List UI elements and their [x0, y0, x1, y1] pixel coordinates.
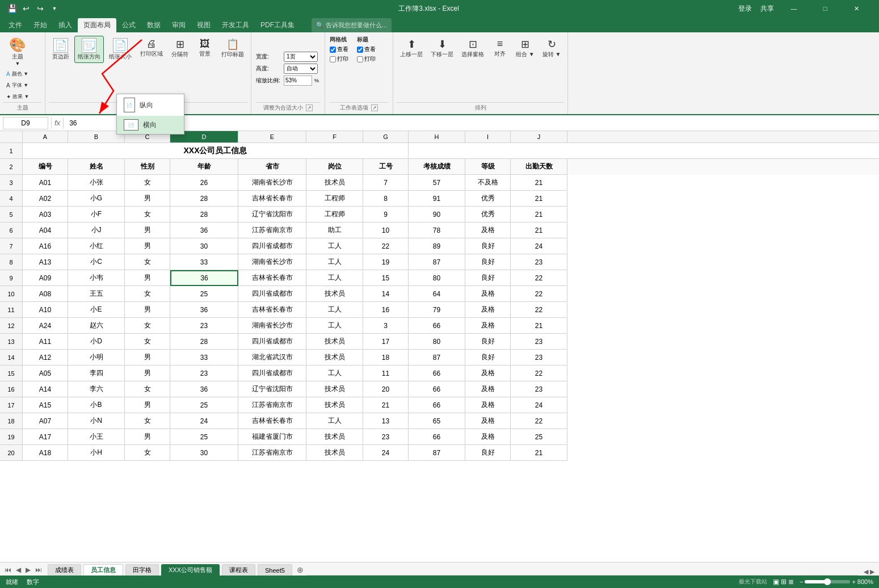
data-cell[interactable]: A14 — [23, 381, 68, 397]
selection-pane-button[interactable]: ⊡ 选择窗格 — [458, 36, 487, 61]
data-cell[interactable]: 28 — [170, 207, 238, 222]
theme-button[interactable]: 🎨 主题 ▼ — [3, 35, 32, 69]
col-header-j[interactable]: J — [511, 131, 567, 142]
data-cell[interactable]: 江苏省南京市 — [238, 222, 306, 238]
data-cell[interactable]: 14 — [363, 286, 409, 302]
send-backward-button[interactable]: ⬇ 下移一层 — [427, 36, 457, 61]
data-cell[interactable]: 王五 — [68, 286, 125, 302]
background-button[interactable]: 🖼 背景 — [194, 36, 216, 60]
menu-data[interactable]: 数据 — [141, 18, 166, 32]
data-cell[interactable]: 及格 — [465, 286, 511, 302]
data-cell[interactable]: 女 — [125, 381, 170, 397]
sheet-nav-prev[interactable]: ◀ — [14, 566, 23, 574]
data-cell[interactable]: A13 — [23, 254, 68, 270]
data-cell[interactable]: 辽宁省沈阳市 — [238, 207, 306, 222]
data-cell[interactable]: 工人 — [306, 238, 363, 254]
data-cell[interactable]: 17 — [363, 334, 409, 350]
data-cell[interactable]: 90 — [409, 207, 465, 222]
data-cell[interactable]: 7 — [363, 175, 409, 191]
search-box[interactable]: 🔍 告诉我您想要做什么... — [312, 18, 392, 32]
header-cell[interactable]: 姓名 — [68, 159, 125, 175]
sheet-tab-sheet5[interactable]: Sheet5 — [258, 564, 292, 576]
headings-view-checkbox-label[interactable]: 查看 — [357, 45, 376, 53]
menu-pdf[interactable]: PDF工具集 — [255, 18, 300, 32]
data-cell[interactable]: 女 — [125, 334, 170, 350]
data-cell[interactable]: 及格 — [465, 413, 511, 429]
data-cell[interactable]: 25 — [170, 429, 238, 445]
data-cell[interactable]: 23 — [511, 350, 567, 366]
data-cell[interactable]: 赵六 — [68, 318, 125, 334]
data-cell[interactable]: 工人 — [306, 318, 363, 334]
data-cell[interactable]: 男 — [125, 397, 170, 413]
gridlines-print-checkbox[interactable] — [330, 56, 336, 62]
data-cell[interactable]: 23 — [511, 381, 567, 397]
data-cell[interactable]: 87 — [409, 254, 465, 270]
minimize-button[interactable]: — — [783, 0, 805, 17]
paper-size-button[interactable]: 📄 纸张大小 — [106, 36, 135, 63]
data-cell[interactable]: 66 — [409, 318, 465, 334]
data-cell[interactable]: 26 — [170, 175, 238, 191]
data-cell[interactable]: 男 — [125, 238, 170, 254]
data-cell[interactable]: 36 — [170, 222, 238, 238]
data-cell[interactable]: 技术员 — [306, 350, 363, 366]
data-cell[interactable]: 9 — [363, 207, 409, 222]
header-cell[interactable]: 工号 — [363, 159, 409, 175]
data-cell[interactable]: 25 — [170, 286, 238, 302]
data-cell[interactable]: 男 — [125, 270, 170, 286]
data-cell[interactable]: 66 — [409, 381, 465, 397]
data-cell[interactable]: 23 — [170, 318, 238, 334]
data-cell[interactable]: 技术员 — [306, 381, 363, 397]
data-cell[interactable]: 66 — [409, 429, 465, 445]
data-cell[interactable]: 10 — [363, 222, 409, 238]
data-cell[interactable]: 18 — [363, 350, 409, 366]
data-cell[interactable]: 男 — [125, 191, 170, 207]
data-cell[interactable]: 21 — [511, 445, 567, 461]
add-sheet-button[interactable]: ⊕ — [295, 564, 306, 576]
header-cell[interactable]: 性别 — [125, 159, 170, 175]
data-cell[interactable]: 87 — [409, 350, 465, 366]
data-cell[interactable]: 四川省成都市 — [238, 286, 306, 302]
data-cell[interactable]: 22 — [511, 366, 567, 381]
login-button[interactable]: 登录 — [738, 4, 752, 14]
data-cell[interactable]: 及格 — [465, 381, 511, 397]
data-cell[interactable]: 工人 — [306, 366, 363, 381]
data-cell[interactable]: 吉林省长春市 — [238, 270, 306, 286]
menu-formulas[interactable]: 公式 — [116, 18, 141, 32]
data-cell[interactable]: 36 — [170, 302, 238, 318]
data-cell[interactable]: 女 — [125, 207, 170, 222]
data-cell[interactable]: 20 — [363, 381, 409, 397]
sheet-tab-sales[interactable]: XXX公司销售额 — [161, 564, 220, 576]
data-cell[interactable]: 良好 — [465, 270, 511, 286]
data-cell[interactable]: 57 — [409, 175, 465, 191]
portrait-option[interactable]: 📄 纵向 — [117, 94, 184, 116]
color-button[interactable]: A颜色 ▼ — [3, 69, 41, 79]
data-cell[interactable]: 吉林省长春市 — [238, 302, 306, 318]
header-cell[interactable]: 编号 — [23, 159, 68, 175]
data-cell[interactable]: 女 — [125, 175, 170, 191]
data-cell[interactable]: 24 — [363, 445, 409, 461]
data-cell[interactable]: 男 — [125, 429, 170, 445]
data-cell[interactable]: 技术员 — [306, 286, 363, 302]
data-cell[interactable]: 江苏省南京市 — [238, 445, 306, 461]
data-cell[interactable]: 78 — [409, 222, 465, 238]
menu-insert[interactable]: 插入 — [53, 18, 78, 32]
data-cell[interactable]: 女 — [125, 254, 170, 270]
data-cell[interactable]: A04 — [23, 222, 68, 238]
data-cell[interactable]: 男 — [125, 350, 170, 366]
sheet-tab-yuangong[interactable]: 员工信息 — [83, 564, 123, 576]
data-cell[interactable]: 22 — [511, 413, 567, 429]
data-cell[interactable]: 及格 — [465, 429, 511, 445]
data-cell[interactable]: 11 — [363, 366, 409, 381]
data-cell[interactable]: A17 — [23, 429, 68, 445]
data-cell[interactable]: 及格 — [465, 222, 511, 238]
data-cell[interactable]: 3 — [363, 318, 409, 334]
page-layout-view-btn[interactable]: ⊞ — [781, 578, 787, 586]
header-cell[interactable]: 年龄 — [170, 159, 238, 175]
col-header-f[interactable]: F — [306, 131, 363, 142]
data-cell[interactable]: 24 — [170, 413, 238, 429]
data-cell[interactable]: A01 — [23, 175, 68, 191]
zoom-in-btn[interactable]: + — [852, 578, 855, 585]
data-cell[interactable]: 80 — [409, 270, 465, 286]
data-cell[interactable]: 15 — [363, 270, 409, 286]
maximize-button[interactable]: □ — [814, 0, 836, 17]
